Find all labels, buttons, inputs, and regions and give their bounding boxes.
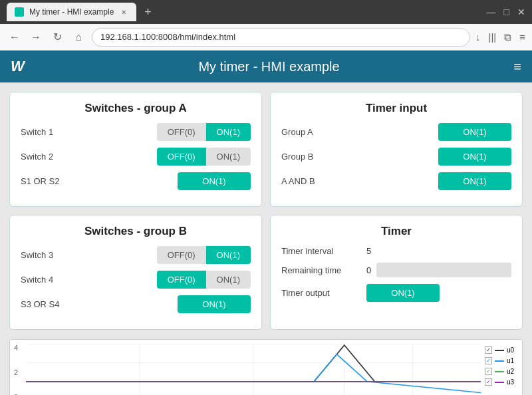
remaining-time-bar (376, 263, 511, 277)
switch4-off-button[interactable]: OFF(0) (157, 271, 206, 289)
group-a-value: ON(1) (438, 123, 511, 141)
menu-icon[interactable]: ≡ (519, 31, 525, 43)
group-b-label: Group B (281, 152, 341, 162)
browser-titlebar: My timer - HMI example ✕ + — □ ✕ (0, 0, 532, 24)
timer-output-row: Timer output ON(1) (281, 284, 511, 302)
s3-or-s4-label: S3 OR S4 (21, 299, 80, 309)
timer-output-value: ON(1) (366, 284, 440, 302)
forward-button[interactable]: → (28, 29, 44, 45)
refresh-button[interactable]: ↻ (49, 29, 65, 45)
browser-actions: ↓ ||| ⧉ ≡ (475, 31, 525, 43)
switch2-row: Switch 2 OFF(0) ON(1) (21, 148, 251, 166)
tab-close-button[interactable]: ✕ (119, 7, 128, 17)
legend-u2-label: u2 (507, 368, 514, 375)
timer-input-card: Timer input Group A ON(1) Group B ON(1) … (270, 92, 523, 207)
switch4-row: Switch 4 OFF(0) ON(1) (21, 271, 251, 289)
switch1-off-button[interactable]: OFF(0) (157, 123, 206, 141)
switch2-label: Switch 2 (21, 152, 80, 162)
y-label-4: 4 (14, 344, 23, 352)
switches-group-a-card: Switches - group A Switch 1 OFF(0) ON(1)… (9, 92, 262, 207)
switch4-toggle[interactable]: OFF(0) ON(1) (157, 271, 251, 289)
legend-u0-label: u0 (507, 346, 514, 354)
switch3-label: Switch 3 (21, 250, 80, 260)
group-b-result: ON(1) (438, 148, 511, 166)
a-and-b-value: ON(1) (438, 172, 511, 190)
timer-title: Timer (281, 225, 511, 238)
s3-or-s4-row: S3 OR S4 ON(1) (21, 295, 251, 313)
back-button[interactable]: ← (7, 29, 23, 45)
group-b-value: ON(1) (438, 148, 511, 166)
close-button[interactable]: ✕ (517, 7, 525, 17)
app-title: My timer - HMI example (25, 59, 514, 74)
legend-u3[interactable]: ✓ u3 (485, 378, 517, 386)
switches-group-b-title: Switches - group B (21, 225, 251, 238)
y-label-2: 2 (14, 368, 23, 376)
legend-u1-label: u1 (507, 357, 514, 364)
tab-favicon (15, 7, 24, 17)
legend-u1[interactable]: ✓ u1 (485, 357, 517, 364)
chart-section: 4 2 0 (0, 339, 532, 395)
maximize-button[interactable]: □ (504, 7, 509, 17)
remaining-time-row: Remaining time 0 (281, 263, 511, 277)
timer-interval-row: Timer interval 5 (281, 246, 511, 256)
download-icon[interactable]: ↓ (475, 31, 481, 43)
switch4-on-button[interactable]: ON(1) (206, 271, 251, 289)
home-button[interactable]: ⌂ (70, 29, 86, 45)
s1-or-s2-result: ON(1) (178, 172, 251, 190)
switch2-off-button[interactable]: OFF(0) (157, 148, 206, 166)
legend-u2[interactable]: ✓ u2 (485, 368, 517, 375)
switch1-toggle[interactable]: OFF(0) ON(1) (157, 123, 251, 141)
timer-output-label: Timer output (281, 288, 361, 298)
timer-interval-label: Timer interval (281, 246, 361, 256)
legend-u0[interactable]: ✓ u0 (485, 346, 517, 354)
address-input[interactable] (92, 28, 470, 47)
switch1-on-button[interactable]: ON(1) (206, 123, 251, 141)
remaining-time-label: Remaining time (281, 265, 361, 275)
a-and-b-result: ON(1) (438, 172, 511, 190)
app-logo: W (11, 58, 25, 75)
window-controls: — □ ✕ (487, 7, 525, 17)
main-content: Switches - group A Switch 1 OFF(0) ON(1)… (0, 82, 532, 339)
timer-card: Timer Timer interval 5 Remaining time 0 … (270, 215, 523, 330)
browser-tab[interactable]: My timer - HMI example ✕ (7, 3, 136, 21)
chart-legend: ✓ u0 ✓ u1 ✓ u2 ✓ u3 (481, 344, 519, 395)
chart-svg (26, 344, 481, 395)
s3-or-s4-result: ON(1) (178, 295, 251, 313)
remaining-time-value: 0 (366, 265, 371, 275)
switch3-toggle[interactable]: OFF(0) ON(1) (157, 246, 251, 264)
new-tab-button[interactable]: + (144, 5, 152, 19)
browser-addressbar: ← → ↻ ⌂ ↓ ||| ⧉ ≡ (0, 24, 532, 51)
timer-input-title: Timer input (281, 102, 511, 115)
s1-or-s2-label: S1 OR S2 (21, 176, 80, 186)
switch2-toggle[interactable]: OFF(0) ON(1) (157, 148, 251, 166)
s1-or-s2-value: ON(1) (178, 172, 251, 190)
switch1-row: Switch 1 OFF(0) ON(1) (21, 123, 251, 141)
app-menu-button[interactable]: ≡ (513, 59, 521, 74)
group-a-result: ON(1) (438, 123, 511, 141)
minimize-button[interactable]: — (487, 7, 496, 17)
s1-or-s2-row: S1 OR S2 ON(1) (21, 172, 251, 190)
switch3-off-button[interactable]: OFF(0) (157, 246, 206, 264)
switch1-label: Switch 1 (21, 127, 80, 137)
switch3-row: Switch 3 OFF(0) ON(1) (21, 246, 251, 264)
group-a-label: Group A (281, 127, 341, 137)
group-b-row: Group B ON(1) (281, 148, 511, 166)
switch2-on-button[interactable]: ON(1) (206, 148, 251, 166)
chart-area: 15:22:55 15:23 15:23:05 15:23:10 (26, 344, 481, 395)
a-and-b-label: A AND B (281, 176, 341, 186)
switch4-label: Switch 4 (21, 275, 80, 285)
switches-group-a-title: Switches - group A (21, 102, 251, 115)
tab-title: My timer - HMI example (29, 7, 114, 17)
group-a-row: Group A ON(1) (281, 123, 511, 141)
a-and-b-row: A AND B ON(1) (281, 172, 511, 190)
timer-interval-value: 5 (366, 246, 371, 256)
profile-icon[interactable]: ⧉ (504, 31, 511, 43)
legend-u3-label: u3 (507, 378, 514, 386)
switches-group-b-card: Switches - group B Switch 3 OFF(0) ON(1)… (9, 215, 262, 330)
app-header: W My timer - HMI example ≡ (0, 51, 532, 82)
s3-or-s4-value: ON(1) (178, 295, 251, 313)
extensions-icon[interactable]: ||| (489, 31, 497, 43)
switch3-on-button[interactable]: ON(1) (206, 246, 251, 264)
